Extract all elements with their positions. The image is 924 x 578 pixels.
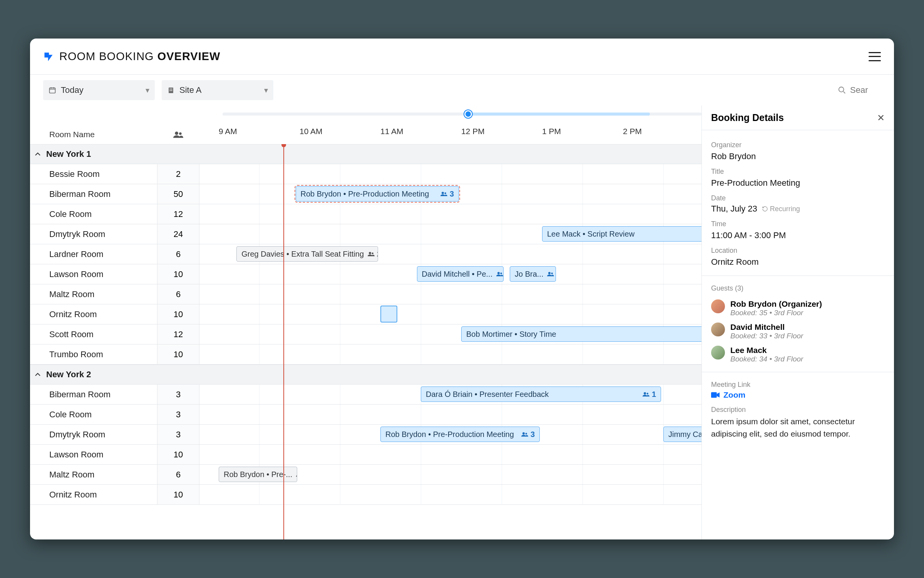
- booking-block[interactable]: Rob Brydon • Pre-...3: [219, 467, 297, 482]
- hour-label: 2 PM: [623, 127, 642, 136]
- timeline-cell[interactable]: [199, 344, 701, 364]
- timeline-cell[interactable]: David Mitchell • Pe...11Jo Bra...7: [199, 264, 701, 284]
- timeline-cell[interactable]: [199, 485, 701, 504]
- room-name-cell[interactable]: Dmytryk Room: [30, 224, 157, 244]
- room-rows: New York 1Bessie Room2Biberman Room50Rob…: [30, 144, 701, 539]
- selection-marker[interactable]: [380, 306, 397, 323]
- booking-details-panel: Booking Details ✕ Organizer Rob Brydon T…: [701, 106, 894, 539]
- timeline-cell[interactable]: [199, 204, 701, 224]
- site-dropdown-label: Site A: [179, 85, 201, 95]
- timeline-cell[interactable]: Lee Mack • Script Review: [199, 224, 701, 244]
- booking-block[interactable]: Bob Mortimer • Story Time: [461, 326, 701, 342]
- room-name-cell[interactable]: Lawson Room: [30, 445, 157, 464]
- timeline-cell[interactable]: Rob Brydon • Pre-...3: [199, 465, 701, 484]
- svg-rect-2: [170, 89, 171, 90]
- room-name-cell[interactable]: Ornitz Room: [30, 485, 157, 504]
- timeline-cell[interactable]: Rob Brydon • Pre-Production Meeting3Jimm…: [199, 425, 701, 444]
- search-box[interactable]: [838, 85, 881, 95]
- timeline-cell[interactable]: Rob Brydon • Pre-Production Meeting3: [199, 184, 701, 204]
- booking-block[interactable]: Jimmy Carr • Joke T: [663, 427, 701, 442]
- site-dropdown[interactable]: Site A ▾: [162, 80, 273, 100]
- group-row[interactable]: New York 1: [30, 144, 701, 164]
- booking-block[interactable]: David Mitchell • Pe...11: [417, 266, 504, 282]
- video-icon: [711, 392, 720, 398]
- room-name-cell[interactable]: Bessie Room: [30, 164, 157, 184]
- room-name-cell[interactable]: Scott Room: [30, 324, 157, 344]
- svg-point-16: [551, 272, 553, 274]
- menu-icon[interactable]: [869, 52, 881, 61]
- date-dropdown[interactable]: Today ▾: [43, 80, 155, 100]
- search-input[interactable]: [850, 85, 881, 95]
- capacity-cell: 24: [157, 224, 199, 244]
- timeline-cell[interactable]: [199, 304, 701, 324]
- timeline-cell[interactable]: Greg Davies • Extra Tall Seat Fitting2: [199, 244, 701, 264]
- header: ROOM BOOKING OVERVIEW: [30, 39, 894, 75]
- room-name-cell[interactable]: Cole Room: [30, 204, 157, 224]
- capacity-cell: 6: [157, 244, 199, 264]
- room-name-cell[interactable]: Maltz Room: [30, 465, 157, 484]
- room-row: Cole Room3: [30, 405, 701, 425]
- timeline-cell[interactable]: [199, 164, 701, 184]
- booking-guest-count: 7: [547, 270, 556, 279]
- guest-name: David Mitchell: [730, 323, 803, 332]
- guest-item[interactable]: David MitchellBooked: 33 • 3rd Floor: [711, 323, 885, 340]
- svg-rect-3: [171, 89, 172, 90]
- room-name-cell[interactable]: Lawson Room: [30, 264, 157, 284]
- avatar: [711, 323, 725, 336]
- svg-rect-5: [171, 90, 172, 91]
- svg-point-12: [372, 252, 374, 254]
- capacity-header: [157, 127, 199, 142]
- guests-list: Rob Brydon (Organizer)Booked: 35 • 3rd F…: [711, 294, 885, 363]
- room-name-cell[interactable]: Biberman Room: [30, 184, 157, 204]
- booking-block[interactable]: Greg Davies • Extra Tall Seat Fitting2: [236, 246, 378, 262]
- booking-block[interactable]: Lee Mack • Script Review: [542, 226, 701, 242]
- booking-label: David Mitchell • Pe...: [422, 270, 493, 279]
- timeline: Room Name 9 AM10 AM11 AM12 PM1 PM2 PM Ne…: [30, 106, 701, 539]
- svg-point-6: [839, 87, 844, 92]
- organizer-label: Organizer: [711, 141, 885, 149]
- meeting-link[interactable]: Zoom: [711, 390, 885, 400]
- svg-point-19: [522, 432, 525, 435]
- avatar: [711, 299, 725, 313]
- logo-icon: [43, 51, 54, 62]
- room-name-cell[interactable]: Ornitz Room: [30, 304, 157, 324]
- timeline-cell[interactable]: Bob Mortimer • Story Time: [199, 324, 701, 344]
- capacity-cell: 12: [157, 204, 199, 224]
- chevron-down-icon: ▾: [264, 86, 268, 95]
- room-name-cell[interactable]: Maltz Room: [30, 284, 157, 304]
- title-value: Pre-Production Meeting: [711, 178, 885, 188]
- timeline-cell[interactable]: [199, 284, 701, 304]
- booking-block[interactable]: Jo Bra...7: [510, 266, 556, 282]
- room-row: Trumbo Room10: [30, 344, 701, 365]
- guest-subtitle: Booked: 34 • 3rd Floor: [730, 355, 803, 363]
- room-row: Cole Room12: [30, 204, 701, 224]
- guest-item[interactable]: Lee MackBooked: 34 • 3rd Floor: [711, 346, 885, 363]
- room-name-cell[interactable]: Dmytryk Room: [30, 425, 157, 444]
- room-name-cell[interactable]: Lardner Room: [30, 244, 157, 264]
- room-name-cell[interactable]: Cole Room: [30, 405, 157, 424]
- capacity-cell: 3: [157, 405, 199, 424]
- room-name-cell[interactable]: Trumbo Room: [30, 344, 157, 364]
- search-icon: [838, 86, 846, 94]
- booking-block[interactable]: Rob Brydon • Pre-Production Meeting3: [380, 427, 540, 442]
- booking-block[interactable]: Rob Brydon • Pre-Production Meeting3: [296, 186, 459, 202]
- capacity-cell: 3: [157, 425, 199, 444]
- booking-block[interactable]: Dara Ó Briain • Presenter Feedback1: [421, 386, 661, 402]
- room-name-cell[interactable]: Biberman Room: [30, 385, 157, 404]
- timeline-cell[interactable]: Dara Ó Briain • Presenter Feedback1: [199, 385, 701, 404]
- description-value: Lorem ipsum dolor sit amet, consectetur …: [711, 415, 885, 440]
- capacity-cell: 10: [157, 485, 199, 504]
- brand: ROOM BOOKING OVERVIEW: [43, 50, 220, 63]
- timeline-cell[interactable]: [199, 445, 701, 464]
- time-slider-handle[interactable]: [464, 110, 472, 118]
- guest-name: Rob Brydon (Organizer): [730, 299, 822, 309]
- group-row[interactable]: New York 2: [30, 365, 701, 385]
- close-icon[interactable]: ✕: [877, 113, 885, 123]
- details-title: Booking Details: [711, 112, 784, 123]
- guest-item[interactable]: Rob Brydon (Organizer)Booked: 35 • 3rd F…: [711, 299, 885, 317]
- chevron-up-icon: [35, 152, 42, 156]
- timeline-cell[interactable]: [199, 405, 701, 424]
- organizer-value: Rob Brydon: [711, 151, 885, 161]
- hour-label: 9 AM: [219, 127, 237, 136]
- details-header: Booking Details ✕: [702, 106, 894, 130]
